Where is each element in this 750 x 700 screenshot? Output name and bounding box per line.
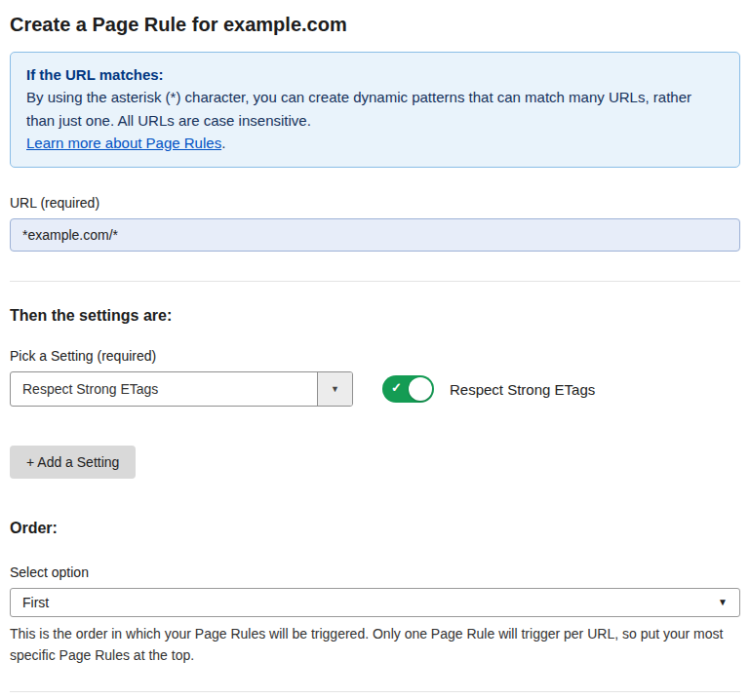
- page-title: Create a Page Rule for example.com: [10, 14, 740, 36]
- info-box-heading: If the URL matches:: [26, 63, 724, 86]
- add-setting-button[interactable]: + Add a Setting: [10, 446, 136, 479]
- url-match-info-box: If the URL matches: By using the asteris…: [10, 52, 740, 168]
- footer-divider: [10, 691, 740, 692]
- pick-setting-label: Pick a Setting (required): [10, 348, 740, 364]
- order-help-text: This is the order in which your Page Rul…: [10, 624, 740, 666]
- respect-strong-etags-toggle[interactable]: ✓: [382, 375, 434, 403]
- toggle-knob: [409, 377, 432, 401]
- learn-more-link[interactable]: Learn more about Page Rules: [26, 135, 221, 151]
- setting-row: Respect Strong ETags ▼ ✓ Respect Strong …: [10, 371, 740, 407]
- section-divider: [10, 281, 740, 282]
- url-input[interactable]: [10, 218, 740, 252]
- create-page-rule-form: Create a Page Rule for example.com If th…: [0, 0, 750, 700]
- info-box-link-line: Learn more about Page Rules.: [26, 132, 724, 154]
- order-select-label: Select option: [10, 564, 740, 580]
- chevron-down-icon: ▼: [718, 598, 728, 607]
- url-field-label: URL (required): [10, 195, 740, 211]
- setting-combobox[interactable]: Respect Strong ETags ▼: [10, 371, 353, 407]
- setting-dropdown-button[interactable]: ▼: [317, 372, 352, 406]
- order-select-value: First: [22, 595, 718, 610]
- setting-combobox-value: Respect Strong ETags: [11, 372, 317, 406]
- info-box-body: By using the asterisk (*) character, you…: [26, 86, 724, 132]
- link-suffix: .: [221, 135, 225, 151]
- order-select[interactable]: First ▼: [10, 588, 740, 617]
- toggle-label: Respect Strong ETags: [450, 381, 595, 398]
- settings-heading: Then the settings are:: [10, 307, 740, 325]
- check-icon: ✓: [391, 380, 402, 397]
- chevron-down-icon: ▼: [331, 385, 339, 394]
- order-heading: Order:: [10, 520, 740, 537]
